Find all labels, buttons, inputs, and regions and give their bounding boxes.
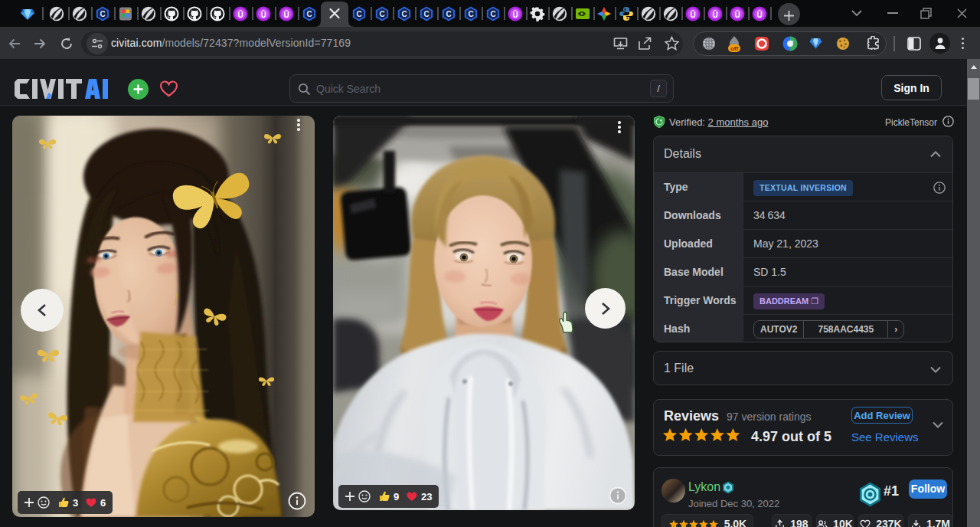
svg-text:C: C (379, 10, 384, 18)
svg-text:C: C (356, 10, 361, 18)
svg-text:C: C (423, 10, 429, 18)
svg-text:Û: Û (512, 10, 518, 19)
svg-text:Û: Û (712, 10, 717, 19)
svg-text:Û: Û (283, 10, 289, 19)
svg-text:C: C (100, 10, 105, 18)
svg-text:Û: Û (734, 10, 740, 19)
svg-text:Û: Û (690, 10, 695, 19)
svg-text:C: C (306, 10, 312, 18)
svg-text:C: C (401, 10, 407, 18)
svg-text:Û: Û (756, 10, 762, 19)
svg-text:C: C (490, 10, 495, 18)
svg-text:C: C (446, 10, 451, 18)
svg-text:Û: Û (237, 10, 243, 19)
svg-text:C: C (468, 10, 473, 18)
svg-text:off: off (730, 45, 739, 52)
svg-text:Û: Û (260, 10, 266, 19)
